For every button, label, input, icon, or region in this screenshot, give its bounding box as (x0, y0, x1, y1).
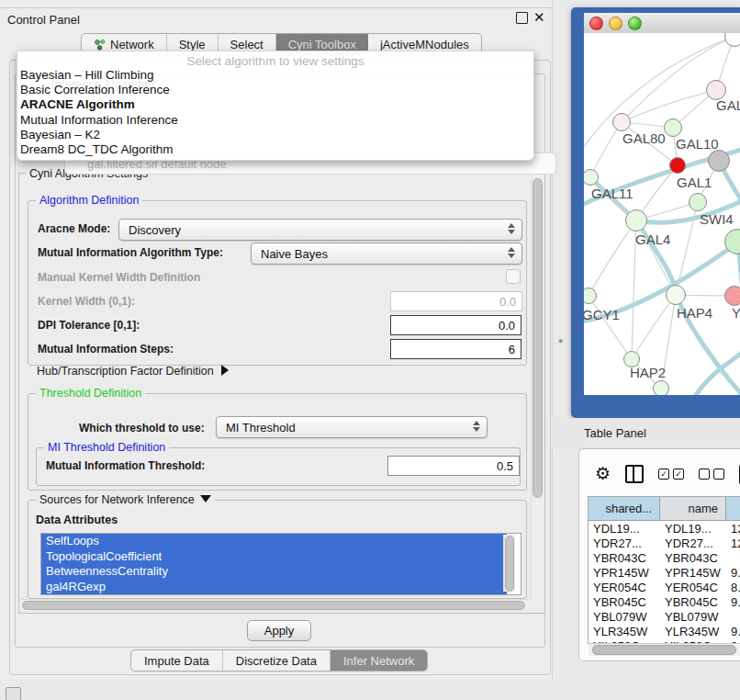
table-row[interactable]: YBL079WYBL079W (589, 609, 740, 624)
aracne-mode-label: Aracne Mode: (38, 222, 110, 235)
node-label-gal80: GAL80 (622, 130, 666, 146)
mi-type-combo[interactable]: Naive Bayes (251, 243, 522, 265)
table-row[interactable]: YPR145WYPR145W9. (589, 565, 740, 580)
table-row[interactable]: YBR043CYBR043C (589, 550, 740, 565)
algorithm-dropdown-popup: Inference Algorithm Select algorithm to … (17, 51, 534, 161)
column-header-0[interactable]: shared... (589, 497, 660, 520)
node-label-gal4: GAL4 (635, 231, 670, 247)
hub-tf-expander[interactable]: Hub/Transcription Factor Definition (37, 365, 229, 378)
node-gal4[interactable] (625, 209, 647, 231)
table-cell: YPR145W (660, 565, 726, 580)
deselect-all-icon[interactable] (699, 469, 724, 480)
network-view-window[interactable]: GALGAL80GAL10GAL1GAL11SWI4GAL4GCY1HAP4YH… (571, 7, 740, 418)
table-cell: YBR043C (660, 550, 726, 565)
table-cell: YBR045C (589, 594, 660, 609)
column-header-1[interactable]: name (660, 497, 726, 520)
gear-icon[interactable]: ⚙ (595, 465, 611, 483)
manual-kernel-checkbox[interactable] (506, 269, 521, 284)
minimize-traffic-light-icon[interactable] (609, 17, 622, 30)
mi-threshold-field[interactable]: 0.5 (387, 456, 520, 476)
dpi-tolerance-field[interactable]: 0.0 (390, 315, 521, 335)
float-window-icon[interactable] (516, 12, 528, 24)
node-salmon[interactable] (724, 286, 740, 306)
apply-button[interactable]: Apply (247, 620, 311, 641)
which-threshold-combo[interactable]: MI Threshold (216, 416, 488, 438)
bottom-tab-impute-data[interactable]: Impute Data (131, 650, 223, 671)
settings-horizontal-scrollbar-thumb[interactable] (22, 601, 525, 610)
mi-steps-value: 6 (509, 343, 515, 356)
table-horizontal-scrollbar-thumb[interactable] (592, 645, 736, 655)
node-swi4[interactable] (689, 193, 707, 211)
settings-vertical-scrollbar-thumb[interactable] (533, 178, 543, 498)
tab-label: Select (230, 38, 263, 51)
bottom-tab-infer-network[interactable]: Infer Network (331, 650, 427, 671)
mi-type-value: Naive Bayes (261, 247, 328, 261)
algorithm-definition-title: Algorithm Definition (36, 194, 142, 207)
which-threshold-value: MI Threshold (226, 421, 296, 435)
node-gal80[interactable] (612, 113, 631, 131)
attribute-list-item[interactable]: gal4RGexp (41, 580, 507, 595)
node-hap4[interactable] (666, 285, 686, 305)
table-cell: YPR145W (589, 565, 660, 580)
algorithm-option[interactable]: Dream8 DC_TDC Algorithm (19, 142, 530, 157)
table-row[interactable]: YDL19...YDL19...13 (589, 521, 740, 536)
aracne-mode-combo[interactable]: Discovery (118, 219, 522, 241)
node-label-y: Y (732, 305, 740, 321)
mi-type-label: Mutual Information Algorithm Type: (38, 246, 223, 259)
node-label-gal1: GAL1 (677, 175, 712, 190)
zoom-traffic-light-icon[interactable] (628, 17, 642, 30)
attribute-list-item[interactable]: TopologicalCoefficient (41, 549, 507, 565)
algorithm-dropdown-placeholder: Select algorithm to view settings (17, 54, 533, 68)
spinner-arrows-icon (508, 223, 515, 234)
network-window-titlebar[interactable] (584, 13, 740, 34)
table-row[interactable]: YBR045CYBR045C9. (589, 594, 740, 609)
node-label-gal10: GAL10 (676, 136, 719, 152)
node-label-swi4: SWI4 (700, 211, 734, 227)
control-panel: Control Panel ✕ NetworkStyleSelectCyni T… (0, 0, 553, 680)
tab-label: jActiveMNodules (380, 38, 469, 51)
algorithm-option[interactable]: Mutual Information Inference (19, 113, 530, 128)
kernel-width-field[interactable]: 0.0 (390, 291, 522, 311)
bottom-tab-bar: Impute DataDiscretize DataInfer Network (130, 649, 428, 672)
node-gray[interactable] (708, 150, 730, 172)
attribute-list-item[interactable]: BetweennessCentrality (41, 564, 507, 580)
collapse-arrow-icon[interactable] (200, 495, 211, 502)
table-cell: YBL079W (660, 609, 726, 624)
columns-icon[interactable] (625, 465, 644, 483)
table-cell: YDL19... (660, 521, 726, 536)
threshold-definition-group: Threshold Definition Which threshold to … (28, 393, 527, 491)
table-row[interactable]: YDR27...YDR27...12 (589, 536, 740, 550)
table-cell: 9. (726, 624, 740, 638)
kernel-width-label: Kernel Width (0,1): (38, 295, 135, 308)
algorithm-option[interactable]: Bayesian – Hill Climbing (19, 68, 530, 83)
close-icon[interactable]: ✕ (533, 9, 545, 26)
node-bottom[interactable] (653, 380, 669, 395)
table-cell: YBR043C (589, 550, 660, 565)
bottom-tab-discretize-data[interactable]: Discretize Data (223, 650, 331, 671)
dpi-tolerance-value: 0.0 (499, 319, 515, 333)
node-label-gal11: GAL11 (591, 186, 633, 201)
column-header-2[interactable] (726, 497, 740, 520)
table-cell: YDR27... (589, 536, 660, 550)
algorithm-option[interactable]: ARACNE Algorithm (19, 97, 530, 112)
close-traffic-light-icon[interactable] (589, 17, 603, 30)
attributes-scrollbar-thumb[interactable] (505, 536, 514, 592)
node-red[interactable] (669, 157, 686, 174)
algorithm-option[interactable]: Bayesian – K2 (19, 128, 530, 142)
select-all-icon[interactable]: ✓✓ (658, 469, 684, 480)
data-attributes-list[interactable]: SelfLoopsTopologicalCoefficientBetweenne… (40, 533, 521, 595)
attribute-list-item[interactable]: SelfLoops (41, 534, 507, 549)
splitter-handle[interactable]: ● (558, 336, 566, 346)
docked-panel-icon[interactable] (6, 687, 21, 700)
network-canvas[interactable]: GALGAL80GAL10GAL1GAL11SWI4GAL4GCY1HAP4YH… (584, 33, 740, 395)
algorithm-option[interactable]: Basic Correlation Inference (19, 83, 530, 97)
mi-steps-field[interactable]: 6 (390, 339, 521, 359)
table-cell: YLR345W (660, 624, 726, 638)
table-row[interactable]: YLR345WYLR345W9. (589, 624, 740, 638)
node-gal10[interactable] (664, 119, 682, 137)
network-icon (94, 39, 106, 51)
control-panel-title: Control Panel (7, 13, 80, 27)
data-attributes-label: Data Attributes (36, 514, 118, 526)
node-table: shared...name YDL19...YDL19...13YDR27...… (588, 496, 740, 644)
table-row[interactable]: YER054CYER054C8. (589, 580, 740, 594)
